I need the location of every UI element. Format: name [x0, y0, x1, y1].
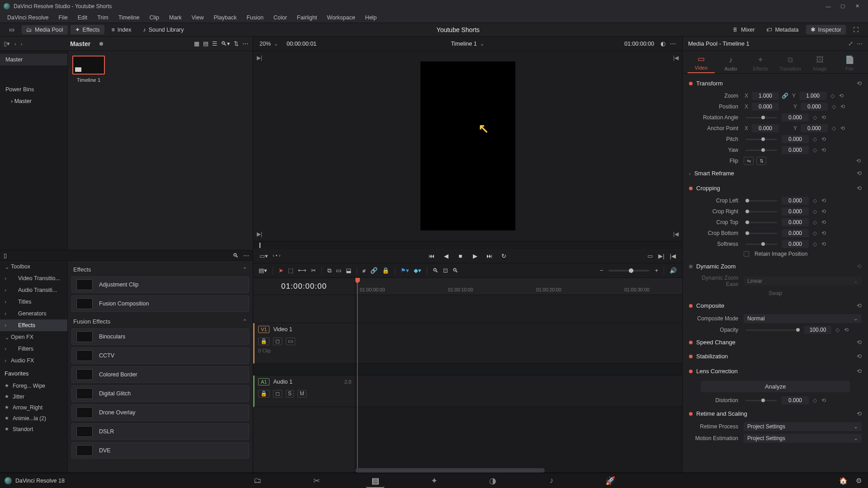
- section-enabled-icon[interactable]: [689, 341, 693, 344]
- page-fusion[interactable]: ✦: [425, 474, 443, 487]
- search-icon[interactable]: 🔍︎▾: [221, 40, 230, 47]
- trim-tool[interactable]: ⬚: [288, 267, 293, 274]
- reset-icon[interactable]: ⟲: [857, 353, 862, 360]
- menu-clip[interactable]: Clip: [145, 14, 164, 22]
- page-cut[interactable]: ✂: [307, 474, 326, 487]
- collapse-icon[interactable]: ⌃: [242, 318, 247, 325]
- reset-icon[interactable]: ⟲: [821, 136, 827, 142]
- track-tag-v1[interactable]: V1: [258, 326, 269, 333]
- next-edit-icon[interactable]: |◀: [673, 55, 679, 61]
- reset-icon[interactable]: ⟲: [821, 219, 827, 225]
- track-lock-icon[interactable]: 🔒: [258, 390, 269, 398]
- index-toggle[interactable]: ≡Index: [107, 25, 136, 34]
- reset-icon[interactable]: ⟲: [821, 241, 827, 247]
- overwrite-clip-button[interactable]: ▭: [336, 267, 341, 274]
- viewer-timeline-name[interactable]: Timeline 1: [451, 41, 476, 47]
- go-end-button[interactable]: ⏭: [486, 252, 494, 260]
- crop-right-field[interactable]: 0.000: [782, 207, 809, 216]
- keyframe-icon[interactable]: ◇: [811, 219, 818, 225]
- marker-button[interactable]: ◆▾: [414, 267, 421, 274]
- favorite-item[interactable]: Jitter: [0, 391, 67, 402]
- section-enabled-icon[interactable]: [689, 82, 693, 85]
- keyframe-icon[interactable]: ◇: [834, 327, 840, 333]
- fx-cat-effects[interactable]: Effects: [0, 319, 67, 331]
- detail-zoom-button[interactable]: 🔍︎: [453, 267, 458, 274]
- timeline-zoom-slider[interactable]: [609, 270, 649, 272]
- keyframe-icon[interactable]: ◇: [811, 208, 818, 215]
- mixer-toggle[interactable]: 🎚Mixer: [728, 25, 760, 34]
- tab-transition[interactable]: ⧉Transition: [777, 56, 804, 73]
- opacity-slider[interactable]: [745, 329, 800, 331]
- replace-clip-button[interactable]: ⬓: [346, 267, 351, 274]
- favorite-item[interactable]: Foreg... Wipe: [0, 380, 67, 391]
- nav-back-button[interactable]: ‹: [14, 41, 16, 47]
- collapse-icon[interactable]: ⌃: [242, 266, 247, 273]
- home-button[interactable]: 🏠: [839, 477, 848, 485]
- section-transform[interactable]: Transform: [696, 80, 723, 87]
- match-frame-button[interactable]: ▭: [647, 253, 653, 259]
- window-close-button[interactable]: [850, 2, 864, 11]
- fx-item[interactable]: DVE: [71, 442, 249, 459]
- timeline-ruler[interactable]: 01:00:00:00 01:00:10:00 01:00:20:00 01:0…: [355, 278, 682, 295]
- crop-soft-slider[interactable]: [745, 244, 777, 245]
- zoom-in-button[interactable]: +: [655, 267, 658, 274]
- fx-item[interactable]: DSLR: [71, 423, 249, 440]
- menu-playback[interactable]: Playback: [209, 14, 241, 22]
- effects-options-icon[interactable]: ⋯: [243, 252, 249, 259]
- keyframe-icon[interactable]: ◇: [829, 93, 835, 99]
- in-point-button[interactable]: ▶|: [658, 253, 664, 259]
- track-header-a1[interactable]: A1 Audio 1 2.0 🔒 ◻ S M: [253, 375, 355, 407]
- chevron-down-icon[interactable]: ⌄: [480, 40, 485, 47]
- reset-icon[interactable]: ⟲: [821, 397, 827, 404]
- go-start-button[interactable]: ⏮: [428, 252, 436, 260]
- menu-trim[interactable]: Trim: [93, 14, 113, 22]
- first-frame-icon[interactable]: ▶|: [257, 231, 262, 237]
- keyframe-icon[interactable]: ◇: [830, 125, 837, 131]
- bin-view-icon[interactable]: ▯▾: [4, 40, 10, 47]
- prev-clip-nav[interactable]: ‹ • ›: [273, 253, 280, 259]
- media-pool-options-icon[interactable]: ⋯: [242, 40, 248, 47]
- swap-button[interactable]: Swap: [769, 290, 782, 296]
- reset-icon[interactable]: ⟲: [857, 263, 862, 270]
- thumb-view-icon[interactable]: ▦: [194, 40, 199, 47]
- reset-icon[interactable]: ⟲: [857, 339, 862, 346]
- viewer-tc-right[interactable]: 01:00:00:00: [624, 41, 654, 47]
- favorite-item[interactable]: Arrow_Right: [0, 402, 67, 413]
- media-pool-toggle[interactable]: 🗂Media Pool: [22, 25, 68, 34]
- section-enabled-icon[interactable]: [689, 355, 693, 358]
- prev-edit-icon[interactable]: ▶|: [257, 55, 262, 61]
- anchor-y-field[interactable]: 0.000: [801, 124, 828, 132]
- yaw-slider[interactable]: [745, 150, 777, 151]
- viewer-options-icon[interactable]: ⋯: [670, 40, 676, 47]
- crop-bottom-slider[interactable]: [745, 233, 777, 234]
- chevron-down-icon[interactable]: ⌄: [274, 40, 278, 47]
- page-fairlight[interactable]: ♪: [542, 474, 561, 487]
- bypass-grade-icon[interactable]: ◐: [660, 40, 665, 47]
- viewer-scrub-bar[interactable]: [253, 241, 682, 249]
- fx-cat-audiofx[interactable]: Audio FX: [0, 355, 67, 366]
- section-enabled-icon[interactable]: [689, 304, 693, 308]
- blade-tool[interactable]: ✂: [311, 267, 316, 274]
- reset-icon[interactable]: ⟲: [857, 302, 862, 309]
- track-header-v1[interactable]: V1 Video 1 🔒 ◻ ▭ 0 Clip: [253, 323, 355, 364]
- composite-mode-select[interactable]: Normal⌄: [744, 314, 862, 323]
- bin-contents[interactable]: Timeline 1: [68, 51, 253, 250]
- tab-image[interactable]: 🖼Image: [806, 56, 833, 73]
- tab-audio[interactable]: ♪Audio: [717, 56, 744, 73]
- favorite-item[interactable]: Animie...la (2): [0, 413, 67, 424]
- fx-cat-toolbox[interactable]: Toolbox: [0, 261, 67, 272]
- layout-preset-button[interactable]: ▭: [5, 25, 19, 34]
- section-lens-correction[interactable]: Lens Correction: [696, 368, 738, 375]
- viewer-tc-left[interactable]: 00:00:00:01: [287, 41, 316, 47]
- track-auto-select-icon[interactable]: ◻: [273, 338, 282, 345]
- window-maximize-button[interactable]: [835, 2, 850, 11]
- viewer-overlay-button[interactable]: ▭▾: [259, 253, 268, 259]
- last-frame-icon[interactable]: |◀: [673, 231, 679, 237]
- find-button[interactable]: 🔍︎: [433, 267, 439, 274]
- menu-fusion[interactable]: Fusion: [242, 14, 268, 22]
- section-cropping[interactable]: Cropping: [696, 185, 720, 192]
- fx-item[interactable]: Drone Overlay: [71, 404, 249, 421]
- mute-button[interactable]: M: [297, 390, 307, 398]
- yaw-field[interactable]: 0.000: [782, 146, 809, 154]
- menu-edit[interactable]: Edit: [73, 14, 92, 22]
